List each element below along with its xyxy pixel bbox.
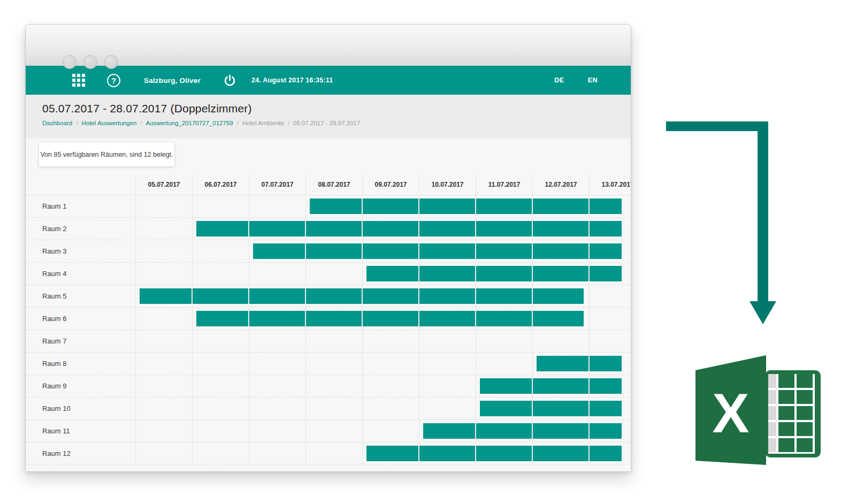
occupancy-bar-segment[interactable] <box>249 288 305 304</box>
occupancy-bar-segment[interactable] <box>533 221 588 236</box>
gantt-cell <box>192 195 249 217</box>
occupancy-bar-segment[interactable] <box>590 401 622 416</box>
gantt-date-header: 10.07.2017 <box>419 174 476 195</box>
occupancy-bar-segment[interactable] <box>363 288 418 304</box>
occupancy-bar-segment[interactable] <box>253 243 305 259</box>
breadcrumb: Dashboard/Hotel Auswertungen/Auswertung_… <box>42 120 631 126</box>
occupancy-bar-segment[interactable] <box>476 423 532 439</box>
occupancy-bar-segment[interactable] <box>476 446 532 461</box>
gantt-cell <box>135 330 192 352</box>
occupancy-bar-segment[interactable] <box>310 198 362 214</box>
occupancy-bar-segment[interactable] <box>363 311 418 326</box>
occupancy-bar-segment[interactable] <box>196 221 248 236</box>
occupancy-bar-segment[interactable] <box>423 423 475 439</box>
occupancy-bar-segment[interactable] <box>366 446 418 461</box>
occupancy-bar-segment[interactable] <box>193 288 248 304</box>
room-label: Raum 4 <box>26 263 135 285</box>
gantt-cell <box>305 442 362 464</box>
occupancy-bar-segment[interactable] <box>306 311 362 326</box>
occupancy-bar-segment[interactable] <box>590 266 622 281</box>
occupancy-bar-segment[interactable] <box>363 198 418 214</box>
occupancy-bar-segment[interactable] <box>306 243 362 259</box>
occupancy-bar-segment[interactable] <box>480 401 532 416</box>
occupancy-bar-segment[interactable] <box>476 198 532 214</box>
gantt-date-header: 08.07.2017 <box>305 174 362 195</box>
gantt-cell <box>249 195 305 217</box>
occupancy-bar-segment[interactable] <box>533 243 588 259</box>
traffic-light-zoom-button[interactable] <box>104 55 118 69</box>
room-label: Raum 6 <box>26 308 135 330</box>
gantt-cell <box>135 195 192 217</box>
gantt-cell <box>192 442 249 464</box>
occupancy-bar-segment[interactable] <box>419 446 475 461</box>
traffic-light-close-button[interactable] <box>63 55 77 69</box>
occupancy-bar-segment[interactable] <box>140 288 192 304</box>
occupancy-bar-segment[interactable] <box>419 221 475 236</box>
occupancy-bar-segment[interactable] <box>590 221 622 236</box>
traffic-light-minimize-button[interactable] <box>83 55 97 69</box>
stage: ? Salzburg, Oliver 24. August 2017 16:35… <box>0 0 864 504</box>
gantt-row: Raum 7 <box>26 330 631 352</box>
occupancy-bar-segment[interactable] <box>419 266 475 281</box>
occupancy-bar-segment[interactable] <box>533 378 588 394</box>
occupancy-bar-segment[interactable] <box>419 288 475 304</box>
room-label: Raum 8 <box>26 353 135 375</box>
page-header: 05.07.2017 - 28.07.2017 (Doppelzimmer) D… <box>26 95 631 139</box>
occupancy-bar-segment[interactable] <box>196 311 248 326</box>
occupancy-bar-segment[interactable] <box>533 401 588 416</box>
breadcrumb-separator: / <box>288 120 289 126</box>
occupancy-bar-segment[interactable] <box>590 198 622 214</box>
gantt-cell <box>249 353 305 375</box>
breadcrumb-link[interactable]: Hotel Auswertungen <box>81 120 136 126</box>
occupancy-bar-segment[interactable] <box>363 243 418 259</box>
occupancy-bar-segment[interactable] <box>590 243 622 259</box>
occupancy-bar-segment[interactable] <box>419 311 475 326</box>
gantt-row: Raum 4 <box>26 262 631 285</box>
occupancy-bar-segment[interactable] <box>533 446 588 461</box>
occupancy-bar-segment[interactable] <box>533 423 588 439</box>
occupancy-bar-segment[interactable] <box>480 378 532 394</box>
gantt-cell <box>589 308 631 330</box>
occupancy-bar-segment[interactable] <box>306 288 362 304</box>
gantt-cell <box>419 375 476 397</box>
occupancy-bar-segment[interactable] <box>590 356 622 371</box>
occupancy-bar-segment[interactable] <box>306 221 362 236</box>
apps-grid-icon[interactable] <box>72 74 85 87</box>
occupancy-bar-segment[interactable] <box>476 266 532 281</box>
occupancy-bar-segment[interactable] <box>533 198 588 214</box>
gantt-cell <box>249 398 305 419</box>
occupancy-bar-segment[interactable] <box>590 378 622 394</box>
power-icon[interactable] <box>223 74 236 87</box>
occupancy-bar-segment[interactable] <box>476 221 532 236</box>
occupancy-bar-segment[interactable] <box>363 221 418 236</box>
gantt-row: Raum 3 <box>26 240 631 262</box>
occupancy-tooltip: Von 85 verfügbaren Räumen, sind 12 beleg… <box>39 142 174 166</box>
occupancy-bar-segment[interactable] <box>533 288 584 304</box>
occupancy-bar-segment[interactable] <box>590 423 622 439</box>
gantt-table: 05.07.201706.07.201707.07.201708.07.2017… <box>26 174 631 464</box>
lang-de-button[interactable]: DE <box>554 77 564 84</box>
occupancy-bar-segment[interactable] <box>366 266 418 281</box>
help-icon[interactable]: ? <box>107 74 120 87</box>
occupancy-bar-segment[interactable] <box>249 221 305 236</box>
export-arrow-icon <box>663 117 778 328</box>
gantt-cell <box>135 263 192 285</box>
gantt-cell <box>135 442 192 464</box>
occupancy-bar-segment[interactable] <box>249 311 305 326</box>
breadcrumb-separator: / <box>237 120 239 126</box>
occupancy-bar-segment[interactable] <box>537 356 588 371</box>
occupancy-bar-segment[interactable] <box>533 311 584 326</box>
occupancy-bar-segment[interactable] <box>419 198 475 214</box>
occupancy-bar-segment[interactable] <box>476 288 532 304</box>
lang-en-button[interactable]: EN <box>588 77 598 84</box>
gantt-date-header: 09.07.2017 <box>362 174 419 195</box>
breadcrumb-link[interactable]: Auswertung_20170727_012759 <box>146 120 233 126</box>
breadcrumb-link[interactable]: Dashboard <box>42 120 72 126</box>
gantt-cell <box>589 330 631 352</box>
occupancy-bar-segment[interactable] <box>590 446 622 461</box>
gantt-cell <box>135 353 192 375</box>
occupancy-bar-segment[interactable] <box>476 243 532 259</box>
occupancy-bar-segment[interactable] <box>419 243 475 259</box>
occupancy-bar-segment[interactable] <box>533 266 588 281</box>
occupancy-bar-segment[interactable] <box>476 311 532 326</box>
